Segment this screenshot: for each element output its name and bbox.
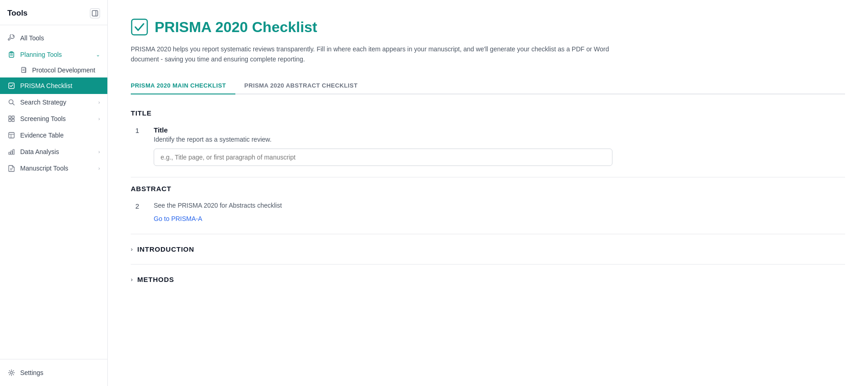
sidebar-item-prisma-checklist-label: PRISMA Checklist <box>20 82 100 89</box>
svg-rect-25 <box>132 19 147 35</box>
sidebar-title: Tools <box>7 9 28 18</box>
divider-2 <box>131 234 845 234</box>
page-header-icon <box>131 18 148 36</box>
checklist-item-2: 2 See the PRISMA 2020 for Abstracts chec… <box>131 202 845 223</box>
sidebar-item-data-analysis[interactable]: Data Analysis › <box>0 143 107 160</box>
item-content-2: See the PRISMA 2020 for Abstracts checkl… <box>154 202 845 223</box>
sidebar-item-screening-tools[interactable]: Screening Tools › <box>0 110 107 127</box>
tabs-container: PRISMA 2020 MAIN CHECKLIST PRISMA 2020 A… <box>131 77 845 94</box>
checklist-icon <box>7 82 16 90</box>
clipboard-icon <box>7 50 16 59</box>
chevron-right-icon: › <box>131 246 133 253</box>
page-title: PRISMA 2020 Checklist <box>155 19 317 36</box>
svg-rect-12 <box>9 116 11 118</box>
sidebar-item-protocol-development[interactable]: Protocol Development <box>0 63 107 77</box>
tab-main-checklist[interactable]: PRISMA 2020 MAIN CHECKLIST <box>131 77 235 94</box>
divider-3 <box>131 264 845 265</box>
sidebar-footer: Settings <box>0 359 107 386</box>
section-methods-heading: METHODS <box>137 276 174 283</box>
svg-rect-21 <box>13 149 14 154</box>
chevron-down-icon: ⌄ <box>96 52 100 58</box>
sidebar-item-prisma-checklist[interactable]: PRISMA Checklist <box>0 77 107 94</box>
section-title: TITLE 1 Title Identify the report as a s… <box>131 109 845 166</box>
item-number-2: 2 <box>135 202 145 223</box>
section-methods: › METHODS <box>131 272 845 287</box>
sidebar-item-data-analysis-label: Data Analysis <box>20 148 94 155</box>
sidebar-item-all-tools[interactable]: All Tools <box>0 30 107 46</box>
wrench-icon <box>7 34 16 42</box>
bar-chart-icon <box>7 148 16 156</box>
sidebar-item-screening-tools-label: Screening Tools <box>20 115 94 122</box>
section-introduction-heading: INTRODUCTION <box>137 245 194 253</box>
checklist-item-1: 1 Title Identify the report as a systema… <box>131 126 845 166</box>
page-header: PRISMA 2020 Checklist <box>131 18 845 36</box>
svg-point-24 <box>11 372 13 374</box>
methods-toggle[interactable]: › METHODS <box>131 272 845 287</box>
svg-rect-19 <box>9 152 10 154</box>
sidebar-item-all-tools-label: All Tools <box>20 34 100 42</box>
svg-rect-13 <box>12 116 14 118</box>
sidebar-collapse-button[interactable] <box>90 8 100 18</box>
item-description-2: See the PRISMA 2020 for Abstracts checkl… <box>154 202 845 209</box>
item-name-1: Title <box>154 126 845 134</box>
sidebar-header: Tools <box>0 0 107 25</box>
chevron-right-icon: › <box>98 99 100 105</box>
divider-1 <box>131 177 845 177</box>
sidebar-item-search-strategy[interactable]: Search Strategy › <box>0 94 107 110</box>
document-icon <box>7 164 16 172</box>
item-input-1[interactable] <box>154 149 612 166</box>
svg-rect-20 <box>11 151 12 154</box>
sidebar-item-evidence-table-label: Evidence Table <box>20 132 100 139</box>
item-content-1: Title Identify the report as a systemati… <box>154 126 845 166</box>
svg-rect-0 <box>92 11 98 16</box>
page-description: PRISMA 2020 helps you report systematic … <box>131 44 635 65</box>
sidebar-item-protocol-development-label: Protocol Development <box>32 66 95 74</box>
item-description-1: Identify the report as a systematic revi… <box>154 136 845 143</box>
gear-icon <box>7 369 16 377</box>
svg-rect-14 <box>9 119 11 121</box>
search-icon <box>7 98 16 106</box>
section-abstract: ABSTRACT 2 See the PRISMA 2020 for Abstr… <box>131 185 845 223</box>
svg-line-11 <box>13 104 15 105</box>
tab-abstract-checklist[interactable]: PRISMA 2020 ABSTRACT CHECKLIST <box>245 77 367 94</box>
sidebar-item-search-strategy-label: Search Strategy <box>20 99 94 106</box>
section-introduction: › INTRODUCTION <box>131 242 845 257</box>
svg-rect-15 <box>12 119 14 121</box>
table-icon <box>7 131 16 139</box>
section-title-heading: TITLE <box>131 109 845 117</box>
section-abstract-heading: ABSTRACT <box>131 185 845 193</box>
sidebar-item-planning-tools-label: Planning Tools <box>20 51 91 58</box>
edit-icon <box>20 66 28 74</box>
chevron-right-icon: › <box>131 276 133 283</box>
svg-rect-16 <box>9 132 14 138</box>
chevron-right-icon: › <box>98 116 100 121</box>
grid-icon <box>7 115 16 123</box>
item-number-1: 1 <box>135 126 145 166</box>
sidebar: Tools All Tools <box>0 0 108 386</box>
svg-rect-6 <box>22 67 25 72</box>
settings-label: Settings <box>20 369 44 376</box>
main-content: PRISMA 2020 Checklist PRISMA 2020 helps … <box>108 0 868 386</box>
chevron-right-icon: › <box>98 165 100 171</box>
chevron-right-icon: › <box>98 149 100 154</box>
prisma-a-link[interactable]: Go to PRISMA-A <box>154 215 202 222</box>
sidebar-item-manuscript-tools-label: Manuscript Tools <box>20 165 94 172</box>
sidebar-nav: All Tools Planning Tools ⌄ <box>0 25 107 359</box>
sidebar-item-planning-tools[interactable]: Planning Tools ⌄ <box>0 46 107 63</box>
settings-item[interactable]: Settings <box>7 366 100 380</box>
sidebar-item-manuscript-tools[interactable]: Manuscript Tools › <box>0 160 107 176</box>
sidebar-item-evidence-table[interactable]: Evidence Table <box>0 127 107 143</box>
introduction-toggle[interactable]: › INTRODUCTION <box>131 242 845 257</box>
